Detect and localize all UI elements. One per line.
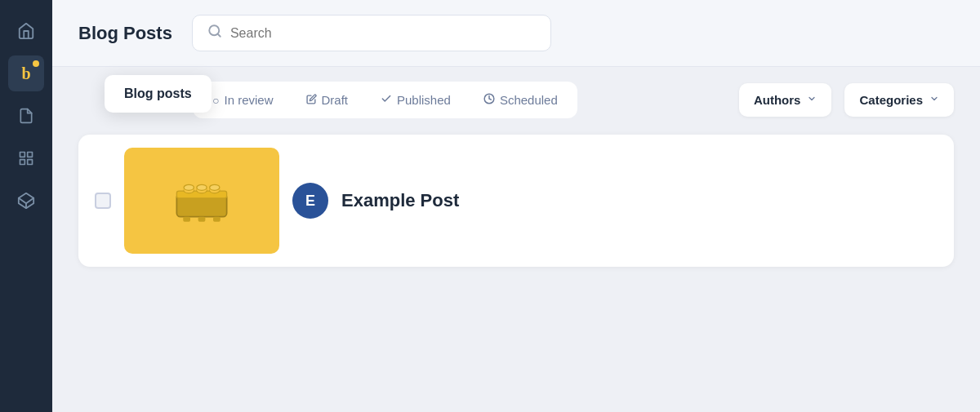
- toolbar-row: Blog posts ○ In review Draft: [52, 67, 980, 128]
- svg-rect-2: [20, 160, 25, 165]
- svg-point-19: [210, 184, 220, 190]
- header: Blog Posts: [52, 0, 980, 67]
- search-icon: [207, 24, 222, 42]
- scheduled-icon: [483, 93, 495, 107]
- page-title: Blog Posts: [78, 23, 172, 44]
- table-row[interactable]: E Example Post: [78, 135, 954, 267]
- svg-rect-21: [198, 217, 206, 222]
- tooltip-label: Blog posts: [124, 86, 192, 100]
- post-checkbox[interactable]: [95, 193, 111, 209]
- authors-chevron-icon: [807, 94, 817, 106]
- post-thumbnail: [124, 148, 279, 254]
- svg-line-7: [217, 33, 220, 36]
- svg-rect-1: [28, 153, 33, 157]
- filter-tabs: ○ In review Draft Published: [193, 82, 577, 118]
- tab-draft-label: Draft: [322, 93, 349, 107]
- draft-icon: [306, 94, 317, 107]
- avatar: E: [292, 183, 328, 219]
- categories-chevron-icon: [929, 94, 939, 106]
- svg-rect-0: [20, 153, 25, 157]
- tab-scheduled[interactable]: Scheduled: [477, 90, 564, 110]
- home-icon[interactable]: [8, 13, 44, 49]
- authors-dropdown[interactable]: Authors: [739, 83, 832, 117]
- svg-rect-20: [183, 217, 190, 222]
- tab-scheduled-label: Scheduled: [500, 93, 558, 107]
- svg-point-16: [197, 184, 207, 190]
- tab-draft[interactable]: Draft: [300, 90, 355, 110]
- blog-posts-tooltip: Blog posts: [105, 75, 212, 113]
- svg-rect-3: [28, 160, 33, 165]
- sidebar: b: [0, 0, 52, 412]
- blocks-icon[interactable]: [8, 183, 44, 219]
- search-box[interactable]: [192, 15, 551, 51]
- svg-point-13: [184, 184, 194, 190]
- tab-in-review[interactable]: ○ In review: [206, 90, 280, 110]
- tab-in-review-label: In review: [224, 93, 273, 107]
- categories-dropdown[interactable]: Categories: [844, 83, 954, 117]
- blog-icon[interactable]: b: [8, 55, 44, 91]
- categories-label: Categories: [859, 93, 923, 107]
- search-input[interactable]: [230, 26, 536, 41]
- tab-published-label: Published: [397, 93, 451, 107]
- svg-rect-22: [213, 217, 220, 222]
- grid-icon[interactable]: [8, 140, 44, 176]
- published-icon: [381, 93, 392, 107]
- content-area: E Example Post: [52, 128, 980, 412]
- main-content: Blog Posts Blog posts ○ In review: [52, 0, 980, 412]
- post-title: Example Post: [341, 190, 459, 211]
- page-icon[interactable]: [8, 98, 44, 134]
- tab-published[interactable]: Published: [374, 90, 457, 110]
- in-review-icon: ○: [212, 94, 219, 107]
- authors-label: Authors: [754, 93, 801, 107]
